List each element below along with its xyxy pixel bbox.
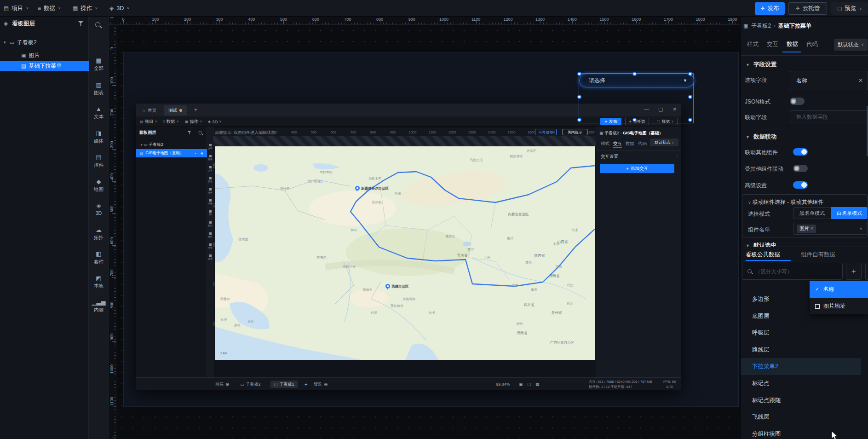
list-item-呼吸层[interactable]: 呼吸层 bbox=[741, 324, 868, 341]
data-search-input[interactable] bbox=[755, 269, 829, 274]
list-item-路线层[interactable]: 路线层 bbox=[741, 341, 868, 358]
section-field-settings[interactable]: ▼字段设置 bbox=[746, 61, 776, 69]
strip-item-全部[interactable]: ▦全部 bbox=[89, 57, 109, 72]
more-icon[interactable]: ⋮ bbox=[675, 153, 679, 158]
data-tab-2[interactable]: 组件自有数据 bbox=[801, 251, 835, 259]
close-tip-button[interactable]: 关闭提示 bbox=[563, 129, 587, 135]
selection-handle[interactable] bbox=[632, 118, 637, 122]
inner-category-拓扑[interactable]: 拓扑 bbox=[207, 221, 213, 227]
nested-editor-screenshot[interactable]: ⌂首页 测试 + — ▢ ✕ ▤项目∨≡数据∨▦操作∨◈3D∨ ✈发布 ✈云托管… bbox=[136, 104, 681, 390]
preview-button[interactable]: ▢ 预览 ∨ bbox=[831, 2, 868, 15]
strip-item-图表[interactable]: ▥图表 bbox=[89, 81, 109, 96]
add-board-icon[interactable]: ⊕ bbox=[225, 382, 229, 387]
tab-交互[interactable]: 交互 bbox=[767, 40, 778, 48]
section-data-linkage[interactable]: ▼数据联动 bbox=[746, 133, 776, 141]
inner-tab-数据[interactable]: 数据 bbox=[626, 141, 634, 147]
menu-2[interactable]: ≡数据∨ bbox=[38, 0, 61, 17]
list-item-分组柱状图[interactable]: 分组柱状图 bbox=[741, 426, 868, 439]
inner-tab-home[interactable]: ⌂首页 bbox=[138, 105, 161, 116]
add-tab-icon[interactable]: + bbox=[305, 381, 307, 388]
menu-4[interactable]: ◈3D∨ bbox=[109, 0, 130, 17]
add-icon[interactable]: ⊕ bbox=[324, 382, 328, 387]
tree-item-dropdown-selected[interactable]: ▤ 基础下拉菜单 bbox=[0, 61, 89, 71]
state-select[interactable]: 默认状态∨ bbox=[834, 39, 868, 51]
inner-menu-3[interactable]: ▦操作∨ bbox=[185, 116, 202, 127]
add-data-button[interactable]: + bbox=[846, 263, 862, 280]
inner-menu-1[interactable]: ▤项目∨ bbox=[140, 116, 157, 127]
selection-handle[interactable] bbox=[688, 95, 692, 99]
gis-map[interactable]: 乌鲁木齐哈密库尔勒和田格尔木西宁兰州银川乌兰巴托鄂尔登特达尔汗西安成都重庆昆明武… bbox=[215, 146, 595, 360]
inner-tab-current[interactable]: 测试 bbox=[164, 105, 187, 116]
selection-handle[interactable] bbox=[577, 72, 581, 76]
fit-icon[interactable]: ▣ bbox=[519, 381, 523, 388]
link-other-toggle[interactable] bbox=[793, 148, 808, 156]
import-data-button[interactable]: ▤ bbox=[865, 263, 868, 280]
inner-tree-selected[interactable]: ▤ GIS电子地图（基础） ▪ ◉ bbox=[136, 149, 207, 157]
inner-category-图表[interactable]: 图表 bbox=[207, 155, 213, 161]
linked-by-toggle[interactable] bbox=[793, 165, 808, 172]
list-item-下拉菜单2[interactable]: 下拉菜单2 bbox=[741, 358, 861, 375]
search-icon[interactable] bbox=[95, 22, 100, 27]
link-field-input[interactable]: 拖入数据字段 bbox=[790, 110, 868, 123]
advanced-toggle[interactable] bbox=[793, 181, 808, 189]
list-item-标记点跟随[interactable]: 标记点跟随 bbox=[741, 392, 868, 409]
search-icon[interactable] bbox=[199, 131, 202, 135]
blacklist-mode-button[interactable]: 黑名单模式 bbox=[793, 207, 831, 219]
selection-handle[interactable] bbox=[577, 118, 581, 122]
map-pin-icon[interactable] bbox=[355, 186, 360, 192]
option-field-input[interactable]: 名称 ✕ bbox=[790, 71, 868, 90]
inner-category-全部[interactable]: 全部 bbox=[207, 144, 213, 150]
list-item-飞线层[interactable]: 飞线层 bbox=[741, 409, 868, 426]
background-tab[interactable]: 背景⊕ bbox=[314, 381, 328, 388]
inner-add-interaction-button[interactable]: +添加交互 bbox=[600, 164, 674, 173]
json-format-toggle[interactable] bbox=[790, 98, 805, 105]
dropdown-component[interactable]: 请选择 ▼ bbox=[579, 74, 694, 87]
inner-category-内测[interactable]: 内测 bbox=[207, 254, 213, 260]
inner-category-媒体[interactable]: 媒体 bbox=[207, 177, 213, 183]
tree-item-image[interactable]: ▣ 图片 bbox=[0, 51, 89, 60]
selection-handle[interactable] bbox=[688, 118, 692, 122]
inner-category-3D[interactable]: 3D bbox=[207, 210, 213, 216]
strip-item-文本[interactable]: ▲文本 bbox=[89, 105, 109, 120]
selection-handle[interactable] bbox=[688, 72, 692, 76]
strip-item-内测[interactable]: ▁▃▅内测 bbox=[89, 299, 109, 313]
cloud-hosting-button[interactable]: ✈ 云托管 bbox=[788, 2, 827, 15]
selection-handle[interactable] bbox=[632, 72, 637, 76]
selection-handle[interactable] bbox=[577, 95, 581, 99]
inner-tab-代码[interactable]: 代码 bbox=[638, 141, 647, 147]
overlay-option-图片地址[interactable]: 图片地址 bbox=[810, 298, 868, 315]
strip-item-控件[interactable]: ▤控件 bbox=[89, 154, 109, 168]
strip-item-拓扑[interactable]: ☁拓扑 bbox=[89, 226, 109, 241]
zoom-level[interactable]: 69.84% bbox=[496, 381, 510, 388]
list-item-标记点[interactable]: 标记点 bbox=[741, 375, 868, 392]
tab-样式[interactable]: 样式 bbox=[747, 40, 759, 48]
new-tab-icon[interactable]: + bbox=[194, 107, 197, 113]
component-list-select[interactable]: 图片 × ∨ bbox=[793, 223, 867, 235]
data-search[interactable] bbox=[742, 263, 843, 280]
inner-menu-2[interactable]: ≡数据∨ bbox=[163, 116, 179, 127]
inner-state-select[interactable]: 默认状态∨ bbox=[650, 139, 678, 146]
no-remind-button[interactable]: 不再提示 bbox=[535, 129, 557, 135]
inner-menu-4[interactable]: ◈3D∨ bbox=[208, 116, 221, 127]
whitelist-mode-button[interactable]: 白名单模式 bbox=[831, 207, 868, 219]
strip-item-媒体[interactable]: ◨媒体 bbox=[89, 130, 109, 144]
overlay-option-名称[interactable]: ✓名称 bbox=[810, 281, 868, 298]
caret-down-icon[interactable]: ▾ bbox=[4, 40, 6, 45]
publish-button[interactable]: ✈ 发布 bbox=[755, 2, 785, 15]
linkage-box-title[interactable]: ∨ 联动组件选择 - 联动其他组件 bbox=[748, 198, 824, 206]
filter-icon[interactable] bbox=[78, 21, 83, 26]
data-tab-1[interactable]: 看板公共数据 bbox=[746, 251, 780, 259]
inner-tab-样式[interactable]: 样式 bbox=[601, 141, 609, 147]
inner-category-套件[interactable]: 套件 bbox=[207, 232, 213, 238]
inner-tree-group[interactable]: ▾ ▭ 子看板2 bbox=[141, 142, 163, 148]
strip-item-本地[interactable]: ◩本地 bbox=[89, 275, 109, 289]
inner-category-控件[interactable]: 控件 bbox=[207, 188, 213, 194]
minimap-icon[interactable]: ▢ bbox=[527, 381, 531, 388]
tab-数据[interactable]: 数据 bbox=[787, 40, 798, 48]
tree-group-row[interactable]: ▾ ▭ 子看板2 bbox=[0, 38, 89, 47]
menu-1[interactable]: ▤项目∨ bbox=[4, 0, 29, 17]
strip-item-套件[interactable]: ◧套件 bbox=[89, 250, 109, 265]
strip-item-地图[interactable]: ◆地图 bbox=[89, 178, 109, 193]
grid-icon[interactable]: ▦ bbox=[535, 381, 540, 388]
inner-tab-交互[interactable]: 交互 bbox=[613, 141, 622, 147]
